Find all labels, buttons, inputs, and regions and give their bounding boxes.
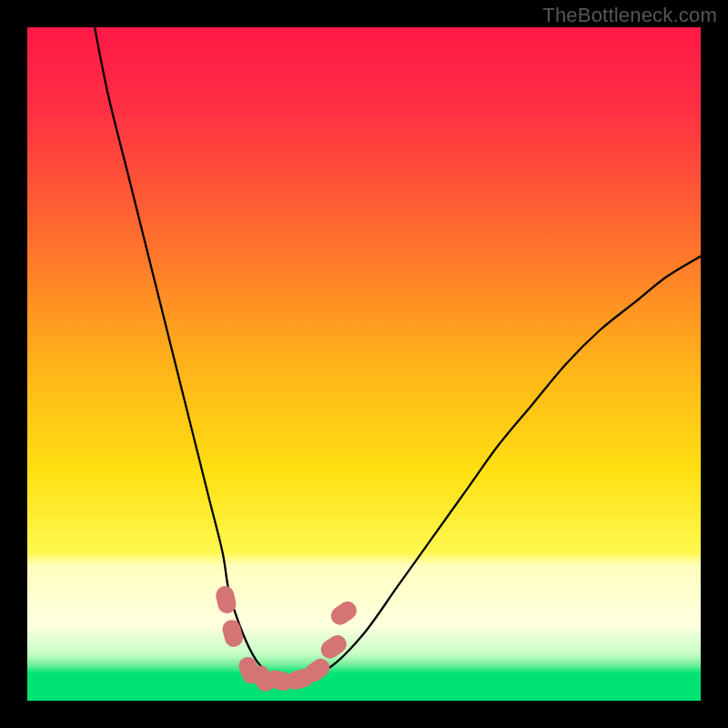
watermark: TheBottleneck.com (542, 4, 717, 27)
svg-rect-7 (318, 632, 350, 662)
svg-rect-8 (328, 598, 360, 629)
plot-area (27, 27, 701, 701)
marker-right-lower (318, 632, 350, 662)
svg-rect-1 (220, 618, 245, 649)
marker-left-lower (220, 618, 245, 649)
marker-left-upper (214, 584, 238, 615)
black-frame: TheBottleneck.com (0, 0, 728, 728)
marker-right-upper (328, 598, 360, 629)
svg-rect-0 (214, 584, 238, 615)
marker-layer (27, 27, 701, 701)
